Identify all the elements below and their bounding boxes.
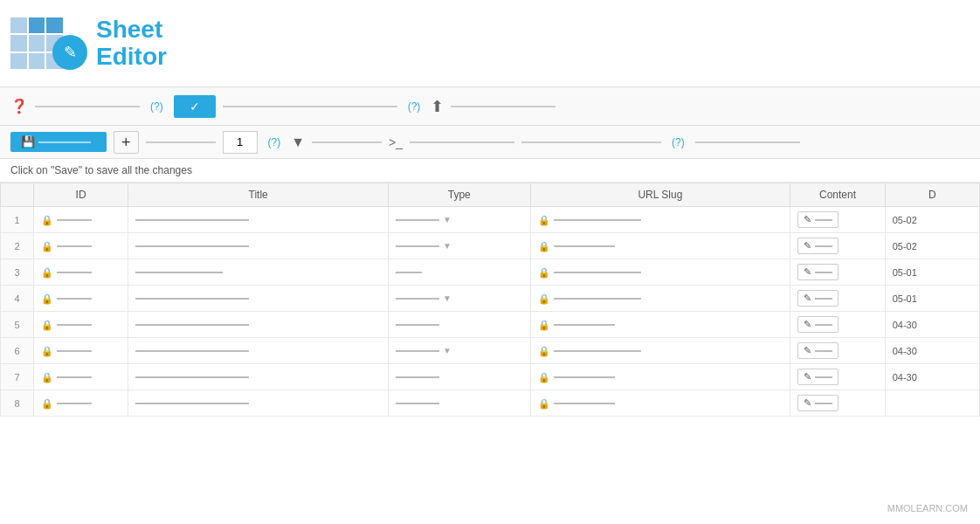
slug-value	[554, 298, 641, 300]
cell-id[interactable]: 🔒	[33, 233, 128, 259]
cell-type[interactable]	[389, 312, 530, 338]
table-row: 3🔒🔒✎05-01	[1, 259, 980, 286]
lock-icon: 🔒	[41, 372, 53, 383]
toolbar1-line2	[223, 106, 397, 107]
hint3-button[interactable]: (?)	[265, 134, 285, 150]
cell-type[interactable]	[389, 364, 530, 390]
col-header-title: Title	[128, 183, 389, 207]
cell-type[interactable]	[389, 259, 530, 286]
cell-slug[interactable]: 🔒	[530, 390, 790, 417]
type-value	[396, 219, 439, 221]
filter-icon[interactable]: ▼	[291, 134, 305, 150]
cell-title[interactable]	[128, 338, 389, 364]
cell-slug[interactable]: 🔒	[530, 259, 790, 286]
lock-icon: 🔒	[41, 320, 53, 330]
cell-slug[interactable]: 🔒	[530, 286, 790, 312]
content-edit-button[interactable]: ✎	[797, 395, 839, 411]
cell-id[interactable]: 🔒	[33, 259, 128, 286]
content-edit-button[interactable]: ✎	[797, 211, 839, 228]
save-button[interactable]: 💾	[10, 132, 107, 152]
type-value	[396, 403, 439, 404]
table-row: 4🔒▼🔒✎05-01	[1, 286, 980, 312]
id-value	[57, 350, 92, 352]
cell-content[interactable]: ✎	[790, 233, 885, 259]
dropdown-arrow-icon[interactable]: ▼	[443, 215, 452, 224]
cell-content[interactable]: ✎	[790, 390, 885, 417]
dropdown-arrow-icon[interactable]: ▼	[443, 346, 452, 355]
id-value	[57, 245, 92, 247]
cell-id[interactable]: 🔒	[33, 286, 128, 312]
toolbar2-line2	[312, 141, 382, 143]
content-edit-button[interactable]: ✎	[797, 290, 839, 307]
cell-title[interactable]	[128, 259, 389, 286]
title-value	[135, 298, 249, 300]
cell-type[interactable]: ▼	[389, 233, 530, 259]
cell-content[interactable]: ✎	[790, 286, 885, 312]
cell-content[interactable]: ✎	[790, 259, 885, 286]
cell-slug[interactable]: 🔒	[530, 233, 790, 259]
cell-type[interactable]: ▼	[389, 338, 530, 364]
cell-title[interactable]	[128, 286, 389, 312]
content-edit-button[interactable]: ✎	[797, 264, 839, 280]
cell-title[interactable]	[128, 312, 389, 338]
cell-slug[interactable]: 🔒	[530, 207, 790, 233]
cell-content[interactable]: ✎	[790, 364, 885, 390]
status-message: Click on "Save" to save all the changes	[0, 159, 980, 183]
col-header-content: Content	[790, 183, 885, 207]
content-edit-button[interactable]: ✎	[797, 316, 839, 333]
cell-id[interactable]: 🔒	[33, 312, 128, 338]
cell-slug[interactable]: 🔒	[530, 312, 790, 338]
help-icon[interactable]: ❓	[10, 98, 28, 114]
col-header-slug: URL Slug	[530, 183, 790, 207]
dropdown-arrow-icon[interactable]: ▼	[443, 293, 452, 303]
cell-slug[interactable]: 🔒	[530, 364, 790, 390]
cell-id[interactable]: 🔒	[33, 364, 128, 390]
edit-icon: ✎	[804, 214, 811, 225]
cell-type[interactable]: ▼	[389, 286, 530, 312]
page-input[interactable]: 1	[223, 131, 258, 154]
title-value	[135, 272, 223, 273]
date-value: 04-30	[893, 320, 917, 330]
cell-title[interactable]	[128, 207, 389, 233]
cell-id[interactable]: 🔒	[33, 390, 128, 417]
cell-title[interactable]	[128, 364, 389, 390]
hint2-button[interactable]: (?)	[404, 99, 424, 114]
table-row: 6🔒▼🔒✎04-30	[1, 338, 980, 364]
lock-icon: 🔒	[538, 346, 550, 356]
content-edit-button[interactable]: ✎	[797, 342, 839, 359]
table-row: 8🔒🔒✎	[1, 390, 980, 417]
cell-content[interactable]: ✎	[790, 207, 885, 233]
edit-icon: ✎	[804, 266, 811, 278]
content-indicator	[815, 376, 832, 378]
title-value	[135, 245, 249, 247]
title-value	[135, 350, 249, 352]
content-edit-button[interactable]: ✎	[797, 369, 839, 385]
edit-icon: ✎	[804, 293, 811, 304]
row-number: 8	[1, 390, 34, 417]
content-edit-button[interactable]: ✎	[797, 238, 839, 254]
cell-title[interactable]	[128, 390, 389, 417]
add-row-button[interactable]: +	[114, 131, 139, 154]
hint1-button[interactable]: (?)	[147, 99, 167, 114]
cell-content[interactable]: ✎	[790, 338, 885, 364]
cell-id[interactable]: 🔒	[33, 338, 128, 364]
slug-value	[554, 219, 641, 221]
id-value	[57, 272, 92, 273]
cell-date: 05-02	[885, 207, 979, 233]
sort-icon[interactable]: ⬆	[431, 97, 444, 116]
cell-id[interactable]: 🔒	[33, 207, 128, 233]
cell-type[interactable]: ▼	[389, 207, 530, 233]
date-value: 05-01	[893, 267, 917, 278]
cell-type[interactable]	[389, 390, 530, 417]
cmd-icon[interactable]: >_	[389, 135, 403, 149]
cell-slug[interactable]: 🔒	[530, 338, 790, 364]
col-header-row	[1, 183, 34, 207]
cell-title[interactable]	[128, 233, 389, 259]
confirm-button[interactable]: ✓	[174, 95, 216, 118]
cell-content[interactable]: ✎	[790, 312, 885, 338]
hint4-button[interactable]: (?)	[668, 134, 688, 150]
cell-date: 04-30	[885, 364, 979, 390]
table-row: 2🔒▼🔒✎05-02	[1, 233, 980, 259]
dropdown-arrow-icon[interactable]: ▼	[443, 241, 452, 251]
lock-icon: 🔒	[41, 346, 53, 356]
